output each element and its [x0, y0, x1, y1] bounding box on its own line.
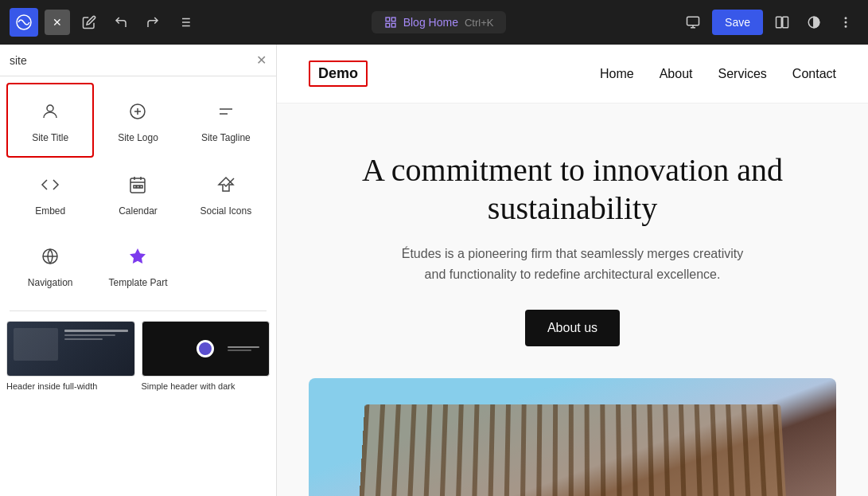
nav-links: HomeAboutServicesContact	[600, 67, 836, 81]
svg-point-20	[47, 105, 53, 111]
toolbar-right: Save	[680, 10, 858, 35]
preview-hero: A commitment to innovation and sustainab…	[277, 103, 868, 378]
divider	[10, 310, 267, 311]
block-item-social-icons[interactable]: Social Icons	[182, 158, 270, 229]
block-item-embed[interactable]: Embed	[6, 158, 94, 229]
svg-point-17	[845, 18, 847, 19]
about-us-button[interactable]: About us	[525, 310, 620, 346]
social-icons-label: Social Icons	[200, 205, 251, 217]
undo-icon[interactable]	[108, 10, 134, 35]
site-logo-icon	[123, 97, 152, 126]
blog-home-label: Blog Home	[403, 16, 458, 29]
more-options-icon[interactable]	[833, 10, 858, 35]
svg-rect-15	[783, 17, 788, 28]
building-structure	[361, 378, 783, 496]
template-simple-header-dark[interactable]: Simple header with dark	[142, 321, 271, 391]
block-item-site-logo[interactable]: Site Logo	[94, 83, 181, 158]
svg-rect-30	[134, 186, 136, 188]
building-lines	[359, 404, 787, 496]
navigation-label: Navigation	[28, 277, 73, 288]
site-tagline-label: Site Tagline	[201, 132, 251, 143]
svg-rect-31	[137, 186, 139, 188]
template-thumb-simple-header-dark	[142, 321, 271, 377]
nav-link-services[interactable]: Services	[718, 67, 767, 81]
calendar-icon	[123, 170, 152, 199]
sidebar: ✕ Site TitleSite LogoSite TaglineEmbedCa…	[0, 45, 277, 496]
site-logo-label: Site Logo	[118, 132, 158, 143]
contrast-icon[interactable]	[801, 10, 827, 35]
block-item-site-title[interactable]: Site Title	[6, 83, 94, 158]
templates-section: Header inside full-width Simple header w…	[0, 314, 276, 397]
svg-rect-32	[140, 186, 142, 188]
keyboard-shortcut: Ctrl+K	[465, 17, 493, 29]
content-area: Demo HomeAboutServicesContact A commitme…	[277, 45, 868, 496]
save-button[interactable]: Save	[712, 10, 763, 35]
svg-point-18	[845, 21, 847, 23]
building-image	[309, 378, 836, 496]
site-preview: Demo HomeAboutServicesContact A commitme…	[277, 45, 868, 496]
block-item-site-tagline[interactable]: Site Tagline	[182, 83, 270, 158]
social-icons-icon	[212, 170, 240, 199]
navigation-icon	[36, 242, 64, 271]
template-header-full-width[interactable]: Header inside full-width	[6, 321, 135, 391]
hero-subtitle: Études is a pioneering firm that seamles…	[390, 244, 756, 284]
svg-rect-10	[386, 23, 390, 27]
list-view-icon[interactable]	[172, 10, 197, 35]
template-part-label: Template Part	[108, 277, 167, 288]
site-title-label: Site Title	[32, 132, 68, 143]
template-thumb-header-full-width	[6, 321, 135, 377]
svg-rect-14	[777, 17, 782, 28]
redo-icon[interactable]	[140, 10, 165, 35]
site-tagline-icon	[212, 97, 240, 126]
block-item-template-part[interactable]: Template Part	[94, 229, 181, 301]
svg-rect-9	[391, 23, 395, 27]
hero-title: A commitment to innovation and sustainab…	[342, 151, 804, 228]
svg-rect-7	[386, 18, 390, 21]
preview-nav: Demo HomeAboutServicesContact	[277, 45, 868, 103]
template-label-header-full-width: Header inside full-width	[6, 381, 135, 391]
site-logo: Demo	[309, 61, 368, 87]
block-item-calendar[interactable]: Calendar	[94, 158, 181, 229]
template-part-icon	[123, 242, 152, 271]
search-input[interactable]	[10, 54, 250, 67]
blocks-grid: Site TitleSite LogoSite TaglineEmbedCale…	[0, 76, 276, 307]
embed-label: Embed	[35, 205, 65, 217]
template-label-simple-header-dark: Simple header with dark	[142, 381, 271, 391]
split-view-icon[interactable]	[769, 10, 795, 35]
block-item-navigation[interactable]: Navigation	[6, 229, 94, 301]
embed-icon	[36, 170, 64, 199]
templates-grid: Header inside full-width Simple header w…	[6, 321, 270, 391]
view-icon[interactable]	[680, 10, 706, 35]
site-title-icon	[36, 97, 64, 126]
calendar-label: Calendar	[119, 205, 158, 217]
wp-logo-icon[interactable]	[10, 8, 38, 37]
svg-rect-11	[687, 17, 699, 25]
svg-rect-8	[391, 18, 395, 21]
toolbar: ✕ Blog Home Ctrl+K	[0, 0, 868, 45]
search-clear-icon[interactable]: ✕	[256, 53, 267, 68]
edit-icon[interactable]	[76, 10, 102, 35]
nav-link-contact[interactable]: Contact	[792, 67, 836, 81]
search-bar: ✕	[0, 45, 276, 76]
main-area: ✕ Site TitleSite LogoSite TaglineEmbedCa…	[0, 45, 868, 496]
nav-link-home[interactable]: Home	[600, 67, 634, 81]
svg-point-19	[845, 26, 847, 28]
page-selector[interactable]: Blog Home Ctrl+K	[372, 11, 507, 33]
close-button[interactable]: ✕	[45, 10, 70, 35]
nav-link-about[interactable]: About	[660, 67, 693, 81]
